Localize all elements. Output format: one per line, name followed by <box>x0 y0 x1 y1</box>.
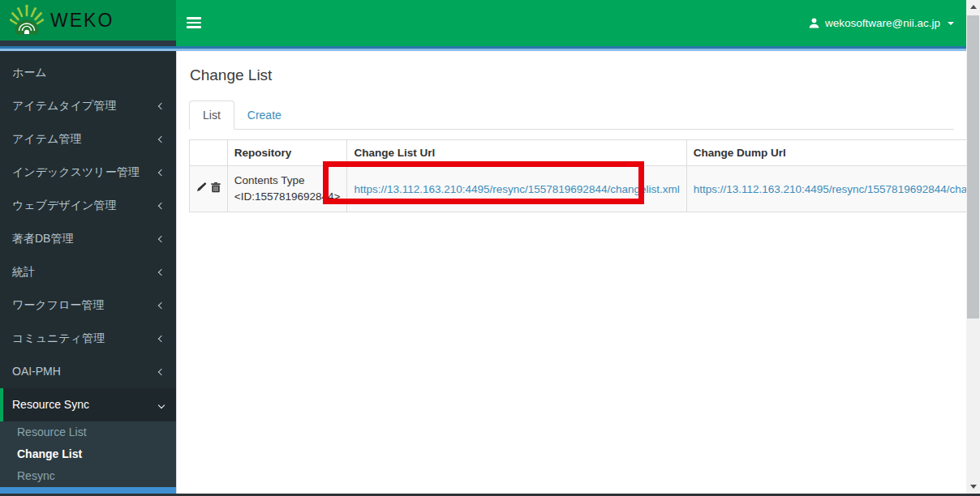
weko-logo[interactable]: WEKO <box>0 0 176 41</box>
sidebar-menu: ホーム アイテムタイプ管理 アイテム管理 インデックスツリー管理 ウェブデザイン… <box>0 51 176 487</box>
chevron-left-icon <box>158 268 165 275</box>
scroll-down-button[interactable] <box>966 480 980 494</box>
sidebar-subitem-resync[interactable]: Resync <box>0 465 176 487</box>
sidebar-item-home[interactable]: ホーム <box>0 56 176 89</box>
sidebar-item-item-admin[interactable]: アイテム管理 <box>0 122 176 156</box>
row-actions-cell <box>190 166 228 212</box>
sidebar-bottom-bar <box>0 487 176 494</box>
chevron-left-icon <box>158 169 165 175</box>
scrollbar-thumb[interactable] <box>966 15 980 319</box>
change-list-table: Repository Change List Url Change Dump U… <box>189 139 980 212</box>
vertical-scrollbar[interactable] <box>966 0 980 494</box>
chevron-left-icon <box>158 301 165 308</box>
logo-underlay <box>0 41 176 46</box>
chevron-left-icon <box>158 102 165 109</box>
chevron-left-icon <box>158 368 165 374</box>
weko-logo-icon <box>10 4 44 36</box>
sidebar-item-authordb-admin[interactable]: 著者DB管理 <box>0 222 176 255</box>
change-dump-url-column-header: Change Dump Url <box>686 140 980 166</box>
sidebar-item-indextree-admin[interactable]: インデックスツリー管理 <box>0 156 176 189</box>
edit-icon[interactable] <box>196 182 207 195</box>
chevron-left-icon <box>158 202 165 208</box>
actions-column-header <box>190 140 228 166</box>
table-row: Contents Type <ID:1557819692844> https:/… <box>190 166 980 212</box>
user-email: wekosoftware@nii.ac.jp <box>825 17 940 29</box>
sidebar-item-oai-pmh[interactable]: OAI-PMH <box>0 355 176 388</box>
caret-down-icon <box>948 22 954 25</box>
tab-bar: List Create <box>189 100 954 130</box>
user-icon <box>808 17 820 29</box>
arrow-up-icon <box>970 5 977 9</box>
sidebar-item-webdesign-admin[interactable]: ウェブデザイン管理 <box>0 189 176 222</box>
repository-column-header: Repository <box>227 140 347 166</box>
arrow-down-icon <box>970 485 977 489</box>
user-menu[interactable]: wekosoftware@nii.ac.jp <box>805 0 957 46</box>
sidebar-item-resource-sync[interactable]: Resource Sync <box>0 388 176 421</box>
scroll-up-button[interactable] <box>966 0 980 14</box>
sidebar-toggle-button[interactable] <box>187 17 201 29</box>
change-list-url-link[interactable]: https://13.112.163.210:4495/resync/15578… <box>354 183 679 195</box>
resource-sync-submenu: Resource List Change List Resync <box>0 421 176 487</box>
repository-cell: Contents Type <ID:1557819692844> <box>227 166 347 212</box>
sidebar-item-statistics[interactable]: 統計 <box>0 255 176 289</box>
sidebar-item-workflow-admin[interactable]: ワークフロー管理 <box>0 289 176 322</box>
chevron-left-icon <box>158 335 165 341</box>
sidebar: ホーム アイテムタイプ管理 アイテム管理 インデックスツリー管理 ウェブデザイン… <box>0 51 176 496</box>
sidebar-subitem-resource-list[interactable]: Resource List <box>0 421 176 443</box>
chevron-left-icon <box>158 135 165 142</box>
sidebar-item-community-admin[interactable]: コミュニティ管理 <box>0 322 176 355</box>
chevron-left-icon <box>158 235 165 242</box>
change-dump-url-link[interactable]: https://13.112.163.210:4495/resync/15578… <box>694 183 980 195</box>
tab-create[interactable]: Create <box>234 101 294 129</box>
main-content: Change List List Create Repository Chang… <box>176 51 966 494</box>
brand-name: WEKO <box>50 10 114 32</box>
page-title: Change List <box>190 66 954 84</box>
change-dump-url-cell: https://13.112.163.210:4495/resync/15578… <box>686 166 980 212</box>
sidebar-item-itemtype-admin[interactable]: アイテムタイプ管理 <box>0 89 176 122</box>
weko-admin-window: wekosoftware@nii.ac.jp <box>0 0 980 496</box>
table-header-row: Repository Change List Url Change Dump U… <box>190 140 980 166</box>
change-list-url-cell: https://13.112.163.210:4495/resync/15578… <box>347 166 686 212</box>
change-list-url-column-header: Change List Url <box>347 140 686 166</box>
sidebar-subitem-change-list[interactable]: Change List <box>0 443 176 465</box>
delete-icon[interactable] <box>211 182 221 195</box>
chevron-down-icon <box>158 401 165 408</box>
tab-list[interactable]: List <box>189 100 234 130</box>
